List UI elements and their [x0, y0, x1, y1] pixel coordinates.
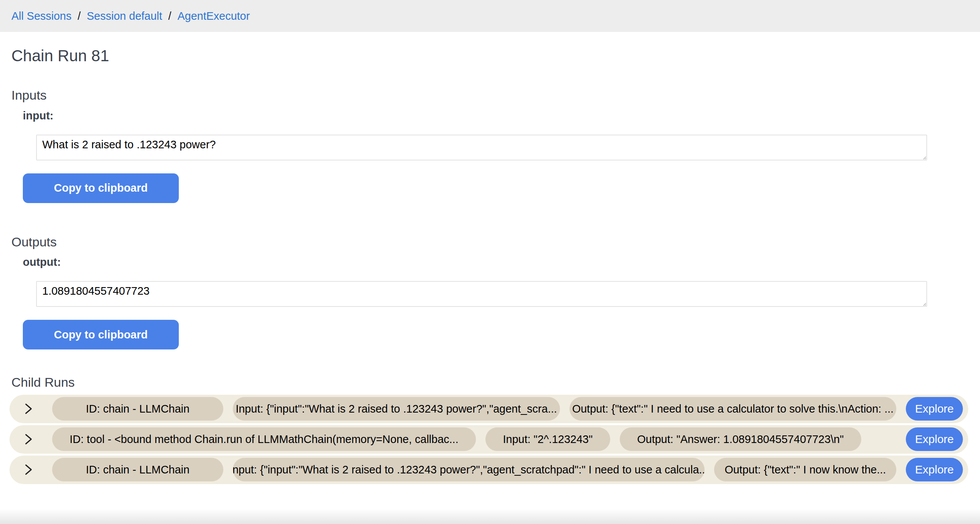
inputs-section: Inputs input: What is 2 raised to .12324…: [11, 87, 969, 203]
chevron-right-icon[interactable]: [22, 402, 35, 415]
output-value-textarea[interactable]: 1.0891804557407723: [36, 281, 927, 307]
main-content: Chain Run 81 Inputs input: What is 2 rai…: [0, 48, 980, 484]
explore-button[interactable]: Explore: [906, 427, 963, 451]
outputs-heading: Outputs: [11, 234, 969, 250]
breadcrumb-session-default-link[interactable]: Session default: [87, 11, 162, 22]
input-field-label: input:: [23, 109, 969, 122]
outputs-section: Outputs output: 1.0891804557407723 Copy …: [11, 234, 969, 350]
bottom-scroll-shadow: [0, 509, 980, 524]
copy-input-button[interactable]: Copy to clipboard: [23, 173, 179, 203]
run-input-badge: Input: {"input":"What is 2 raised to .12…: [233, 458, 705, 481]
inputs-heading: Inputs: [11, 87, 969, 103]
run-id-badge: ID: chain - LLMChain: [52, 458, 223, 481]
child-run-row: ID: chain - LLMChain Input: {"input":"Wh…: [10, 395, 968, 423]
run-input-badge: Input: "2^.123243": [485, 427, 610, 451]
copy-output-button[interactable]: Copy to clipboard: [23, 320, 179, 349]
output-field-label: output:: [23, 256, 969, 269]
breadcrumb-all-sessions-link[interactable]: All Sessions: [11, 11, 72, 22]
run-input-badge: Input: {"input":"What is 2 raised to .12…: [233, 397, 560, 421]
breadcrumb-separator: /: [168, 11, 171, 22]
page-title: Chain Run 81: [11, 48, 969, 64]
child-run-row: ID: chain - LLMChain Input: {"input":"Wh…: [10, 456, 968, 484]
top-bar: All Sessions / Session default / AgentEx…: [0, 0, 980, 32]
explore-button[interactable]: Explore: [906, 458, 963, 481]
explore-button[interactable]: Explore: [906, 397, 963, 421]
child-runs-section: Child Runs ID: chain - LLMChain Input: {…: [11, 375, 969, 484]
run-output-badge: Output: "Answer: 1.0891804557407723\n": [620, 427, 861, 451]
input-value-textarea[interactable]: What is 2 raised to .123243 power?: [36, 135, 927, 160]
breadcrumb-separator: /: [78, 11, 81, 22]
child-run-row: ID: tool - <bound method Chain.run of LL…: [10, 425, 968, 454]
chevron-right-icon[interactable]: [22, 463, 35, 476]
run-output-badge: Output: {"text":" I now know the...: [714, 458, 896, 481]
run-output-badge: Output: {"text":" I need to use a calcul…: [570, 397, 897, 421]
breadcrumb: All Sessions / Session default / AgentEx…: [11, 11, 250, 22]
breadcrumb-agent-executor-link[interactable]: AgentExecutor: [177, 11, 250, 22]
chevron-right-icon[interactable]: [22, 433, 35, 446]
child-runs-list: ID: chain - LLMChain Input: {"input":"Wh…: [10, 395, 968, 484]
run-id-badge: ID: tool - <bound method Chain.run of LL…: [52, 427, 476, 451]
child-runs-heading: Child Runs: [11, 375, 969, 390]
run-id-badge: ID: chain - LLMChain: [52, 397, 223, 421]
